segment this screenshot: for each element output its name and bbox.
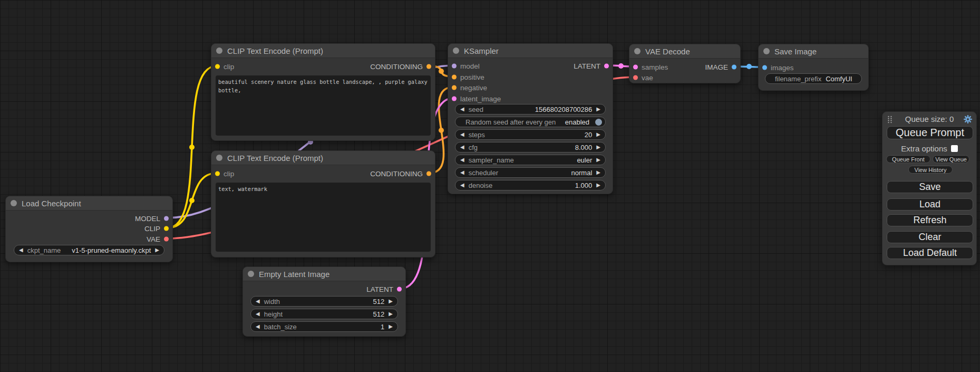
node-clip-text-encode-positive[interactable]: CLIP Text Encode (Prompt) clip CONDITION… (211, 43, 435, 141)
arrow-left-icon[interactable]: ◀ (256, 311, 260, 317)
widget-label: sampler_name (469, 156, 514, 164)
arrow-right-icon[interactable]: ▶ (389, 311, 393, 317)
widget-filename-prefix[interactable]: filename_prefix ComfyUI (765, 73, 862, 84)
widget-height[interactable]: ◀ height 512 ▶ (250, 309, 398, 319)
port-dot-conditioning[interactable] (426, 64, 431, 69)
collapse-dot-icon[interactable] (11, 200, 17, 206)
widget-cfg[interactable]: ◀ cfg 8.000 ▶ (455, 142, 606, 152)
save-button[interactable]: Save (887, 181, 973, 193)
queue-front-button[interactable]: Queue Front (886, 155, 930, 163)
collapse-dot-icon[interactable] (453, 47, 459, 54)
link-dot (189, 198, 195, 203)
port-dot-conditioning[interactable] (452, 85, 457, 90)
arrow-left-icon[interactable]: ◀ (460, 170, 464, 175)
collapse-dot-icon[interactable] (216, 155, 222, 161)
input-positive: positive (452, 73, 484, 81)
arrow-left-icon[interactable]: ◀ (460, 107, 464, 112)
arrow-right-icon[interactable]: ▶ (389, 324, 393, 329)
widget-steps[interactable]: ◀ steps 20 ▶ (455, 129, 606, 140)
port-dot-latent[interactable] (397, 287, 402, 292)
queue-prompt-button[interactable]: Queue Prompt (887, 126, 973, 139)
output-label: VAE (147, 235, 160, 243)
node-title: VAE Decode (645, 47, 690, 56)
arrow-right-icon[interactable]: ▶ (596, 157, 600, 163)
port-dot-conditioning[interactable] (426, 171, 431, 176)
arrow-left-icon[interactable]: ◀ (460, 183, 464, 188)
refresh-button[interactable]: Refresh (887, 214, 973, 226)
arrow-right-icon[interactable]: ▶ (596, 145, 600, 150)
widget-value: 20 (585, 131, 592, 139)
node-clip-text-encode-negative[interactable]: CLIP Text Encode (Prompt) clip CONDITION… (211, 150, 435, 257)
collapse-dot-icon[interactable] (634, 48, 641, 54)
arrow-left-icon[interactable]: ◀ (256, 299, 260, 304)
collapse-dot-icon[interactable] (248, 271, 254, 277)
extra-options-row: Extra options (882, 144, 976, 153)
collapse-dot-icon[interactable] (763, 48, 770, 54)
port-dot-clip[interactable] (215, 64, 220, 69)
node-title-bar[interactable]: CLIP Text Encode (Prompt) (211, 151, 435, 165)
prompt-textarea[interactable]: text, watermark (216, 183, 431, 252)
view-queue-button[interactable]: View Queue (933, 155, 969, 163)
node-title-bar[interactable]: Save Image (759, 44, 868, 59)
port-dot-clip[interactable] (215, 171, 220, 176)
widget-label: seed (469, 106, 483, 113)
node-title-bar[interactable]: VAE Decode (629, 44, 740, 59)
port-dot-image[interactable] (732, 65, 736, 70)
load-button[interactable]: Load (887, 198, 973, 211)
port-dot-latent[interactable] (633, 65, 638, 70)
port-dot-image[interactable] (762, 65, 767, 70)
widget-width[interactable]: ◀ width 512 ▶ (250, 296, 398, 307)
node-empty-latent-image[interactable]: Empty Latent Image LATENT ◀ width 512 ▶ … (242, 266, 406, 337)
port-dot-model[interactable] (164, 216, 169, 221)
node-load-checkpoint[interactable]: Load Checkpoint MODEL CLIP VAE ◀ ckpt_na… (5, 196, 173, 262)
port-dot-latent[interactable] (452, 97, 457, 101)
node-title-bar[interactable]: KSampler (448, 44, 613, 58)
output-label: CONDITIONING (370, 63, 423, 71)
port-dot-clip[interactable] (164, 226, 169, 231)
port-dot-vae[interactable] (164, 237, 169, 242)
clear-button[interactable]: Clear (887, 231, 973, 243)
node-ksampler[interactable]: KSampler model positive negative latent_… (448, 43, 613, 194)
arrow-right-icon[interactable]: ▶ (596, 132, 600, 137)
arrow-left-icon[interactable]: ◀ (460, 145, 464, 150)
arrow-right-icon[interactable]: ▶ (596, 107, 600, 112)
arrow-right-icon[interactable]: ▶ (596, 183, 600, 188)
port-dot-model[interactable] (452, 64, 457, 69)
arrow-right-icon[interactable]: ▶ (389, 299, 393, 304)
collapse-dot-icon[interactable] (216, 47, 222, 54)
arrow-right-icon[interactable]: ▶ (596, 170, 600, 175)
arrow-left-icon[interactable]: ◀ (460, 157, 464, 163)
view-history-button[interactable]: View History (908, 166, 953, 174)
arrow-left-icon[interactable]: ◀ (256, 324, 260, 329)
arrow-left-icon[interactable]: ◀ (460, 132, 464, 137)
widget-sampler-name[interactable]: ◀ sampler_name euler ▶ (455, 155, 606, 165)
settings-gear-icon[interactable] (964, 115, 972, 123)
widget-denoise[interactable]: ◀ denoise 1.000 ▶ (455, 180, 606, 190)
load-default-button[interactable]: Load Default (887, 247, 973, 259)
output-model: MODEL (135, 215, 169, 223)
link-dot (189, 145, 195, 150)
node-title-bar[interactable]: CLIP Text Encode (Prompt) (211, 44, 435, 58)
widget-random-seed-toggle[interactable]: Random seed after every gen enabled (455, 117, 606, 127)
input-vae: vae (633, 74, 653, 82)
node-title-bar[interactable]: Load Checkpoint (6, 196, 172, 211)
link-clip-positive (167, 66, 217, 228)
port-dot-conditioning[interactable] (452, 75, 457, 80)
widget-seed[interactable]: ◀ seed 156680208700286 ▶ (455, 104, 606, 115)
arrow-left-icon[interactable]: ◀ (19, 247, 23, 253)
input-clip: clip (215, 170, 234, 178)
node-canvas[interactable]: Load Checkpoint MODEL CLIP VAE ◀ ckpt_na… (0, 0, 980, 372)
node-vae-decode[interactable]: VAE Decode samples vae IMAGE (629, 44, 741, 83)
node-save-image[interactable]: Save Image images filename_prefix ComfyU… (758, 44, 869, 91)
port-dot-vae[interactable] (633, 75, 638, 80)
arrow-right-icon[interactable]: ▶ (155, 247, 159, 253)
port-dot-latent[interactable] (604, 64, 609, 69)
input-latent-image: latent_image (452, 95, 501, 103)
node-title-bar[interactable]: Empty Latent Image (243, 267, 405, 281)
widget-ckpt-name[interactable]: ◀ ckpt_name v1-5-pruned-emaonly.ckpt ▶ (14, 245, 164, 255)
extra-options-checkbox[interactable] (951, 145, 958, 152)
widget-batch-size[interactable]: ◀ batch_size 1 ▶ (250, 321, 398, 332)
prompt-textarea[interactable]: beautiful scenery nature glass bottle la… (216, 75, 431, 136)
toggle-dot-icon[interactable] (595, 119, 602, 126)
widget-scheduler[interactable]: ◀ scheduler normal ▶ (455, 167, 606, 178)
